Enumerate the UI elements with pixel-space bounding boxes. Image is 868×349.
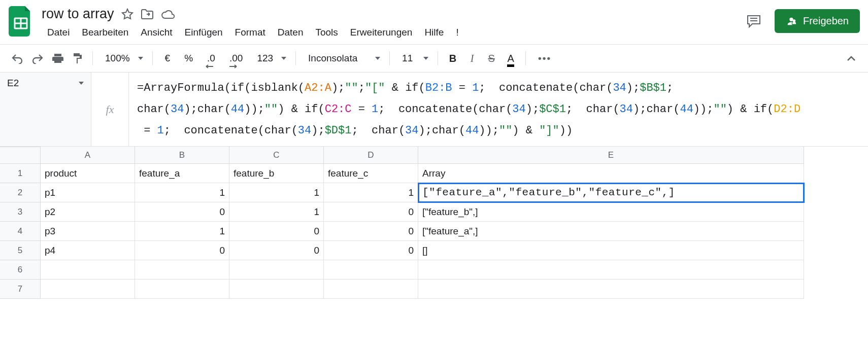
menu-bearbeiten[interactable]: Bearbeiten [76, 24, 134, 41]
font-family-dropdown[interactable]: Inconsolata [302, 50, 383, 67]
font-size-dropdown[interactable]: 11 [396, 50, 431, 67]
row-header-7[interactable]: 7 [0, 280, 41, 299]
cell-D7[interactable] [324, 280, 418, 299]
sheets-app-icon[interactable] [8, 4, 34, 39]
cell-A5[interactable]: p4 [41, 241, 135, 260]
format-123-dropdown[interactable]: 123 [251, 50, 289, 67]
menu-erweiterungen[interactable]: Erweiterungen [345, 24, 418, 41]
print-icon[interactable] [49, 50, 67, 67]
redo-icon[interactable] [28, 50, 47, 67]
cloud-status-icon[interactable] [161, 9, 175, 19]
menu-datei[interactable]: Datei [42, 24, 75, 41]
col-header-C[interactable]: C [229, 147, 324, 164]
cell-B2[interactable]: 1 [135, 183, 229, 202]
row-header-3[interactable]: 3 [0, 202, 41, 222]
cell-D1[interactable]: feature_c [324, 164, 418, 183]
row-header-1[interactable]: 1 [0, 164, 41, 183]
cell-E1[interactable]: Array [418, 164, 804, 183]
cell-C2[interactable]: 1 [229, 183, 324, 202]
row-header-5[interactable]: 5 [0, 241, 41, 260]
cell-D3[interactable]: 0 [324, 202, 418, 222]
menu-hilfe[interactable]: Hilfe [419, 24, 449, 41]
cell-C1[interactable]: feature_b [229, 164, 324, 183]
zoom-dropdown[interactable]: 100% [99, 50, 146, 67]
col-header-B[interactable]: B [135, 147, 229, 164]
strikethrough-button[interactable]: S [483, 50, 500, 67]
menu-ansicht[interactable]: Ansicht [135, 24, 178, 41]
cell-A6[interactable] [41, 260, 135, 280]
cell-B7[interactable] [135, 280, 229, 299]
increase-decimal-button[interactable]: .00 [223, 50, 249, 67]
cell-D6[interactable] [324, 260, 418, 280]
undo-icon[interactable] [8, 50, 26, 67]
cell-E5[interactable]: [] [418, 241, 804, 260]
cell-C3[interactable]: 1 [229, 202, 324, 222]
cell-E4[interactable]: ["feature_a",] [418, 222, 804, 241]
cell-D5[interactable]: 0 [324, 241, 418, 260]
cell-A3[interactable]: p2 [41, 202, 135, 222]
cell-E2[interactable]: ["feature_a","feature_b","feature_c",] [418, 183, 804, 202]
select-all-corner[interactable] [0, 147, 41, 164]
share-label: Freigeben [803, 15, 849, 27]
menu-format[interactable]: Format [229, 24, 271, 41]
cell-E3[interactable]: ["feature_b",] [418, 202, 804, 222]
row-header-4[interactable]: 4 [0, 222, 41, 241]
formula-input[interactable]: =ArrayFormula(if(isblank(A2:A);"";"[" & … [129, 73, 868, 146]
menu-bar: DateiBearbeitenAnsichtEinfügenFormatDate… [42, 23, 738, 44]
star-icon[interactable] [121, 8, 133, 20]
cell-B5[interactable]: 0 [135, 241, 229, 260]
currency-button[interactable]: € [159, 50, 177, 67]
formula-bar: E2 fx =ArrayFormula(if(isblank(A2:A);"";… [0, 73, 868, 147]
text-color-button[interactable]: A [502, 50, 519, 67]
cell-B1[interactable]: feature_a [135, 164, 229, 183]
menu-daten[interactable]: Daten [272, 24, 309, 41]
title-right: Freigeben [746, 4, 860, 33]
more-toolbar-button[interactable]: ••• [532, 50, 557, 67]
percent-button[interactable]: % [178, 50, 199, 67]
cell-C6[interactable] [229, 260, 324, 280]
chevron-down-icon [79, 82, 84, 85]
cell-D2[interactable]: 1 [324, 183, 418, 202]
col-header-A[interactable]: A [41, 147, 135, 164]
paint-format-icon[interactable] [69, 50, 86, 67]
title-center: row to array DateiBearbeitenAnsichtEinfü… [42, 4, 738, 44]
titlebar: row to array DateiBearbeitenAnsichtEinfü… [0, 0, 868, 44]
cell-A7[interactable] [41, 280, 135, 299]
name-box[interactable]: E2 [0, 73, 91, 146]
cell-A2[interactable]: p1 [41, 183, 135, 202]
row-header-6[interactable]: 6 [0, 260, 41, 280]
italic-button[interactable]: I [463, 50, 481, 67]
spreadsheet-grid[interactable]: ABCDE1productfeature_afeature_bfeature_c… [0, 147, 868, 299]
col-header-D[interactable]: D [324, 147, 418, 164]
cell-B4[interactable]: 1 [135, 222, 229, 241]
collapse-toolbar-icon[interactable] [843, 50, 860, 67]
menu-einfügen[interactable]: Einfügen [179, 24, 228, 41]
cell-E7[interactable] [418, 280, 804, 299]
share-button[interactable]: Freigeben [775, 9, 860, 33]
move-folder-icon[interactable] [141, 9, 154, 20]
menu-![interactable]: ! [450, 24, 464, 41]
cell-A4[interactable]: p3 [41, 222, 135, 241]
decrease-decimal-button[interactable]: .0 [201, 50, 221, 67]
cell-C7[interactable] [229, 280, 324, 299]
cell-C4[interactable]: 0 [229, 222, 324, 241]
row-header-2[interactable]: 2 [0, 183, 41, 202]
comments-icon[interactable] [746, 14, 761, 28]
fx-icon: fx [91, 73, 129, 146]
menu-tools[interactable]: Tools [310, 24, 343, 41]
cell-B3[interactable]: 0 [135, 202, 229, 222]
cell-C5[interactable]: 0 [229, 241, 324, 260]
toolbar: 100% € % .0 .00 123 Inconsolata 11 B I S… [0, 44, 868, 73]
cell-D4[interactable]: 0 [324, 222, 418, 241]
cell-A1[interactable]: product [41, 164, 135, 183]
cell-E6[interactable] [418, 260, 804, 280]
bold-button[interactable]: B [444, 50, 461, 67]
cell-B6[interactable] [135, 260, 229, 280]
col-header-E[interactable]: E [418, 147, 804, 164]
doc-title[interactable]: row to array [42, 6, 114, 22]
